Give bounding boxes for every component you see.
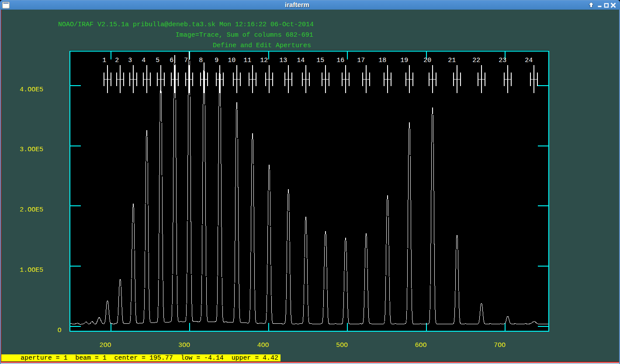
svg-text:2OO: 2OO — [100, 342, 111, 349]
svg-text:3.OOE5: 3.OOE5 — [20, 146, 43, 153]
svg-text:3: 3 — [128, 57, 132, 64]
svg-text:6: 6 — [170, 57, 173, 64]
svg-text:5OO: 5OO — [336, 342, 348, 349]
svg-text:2.OOE5: 2.OOE5 — [20, 206, 43, 214]
svg-text:14: 14 — [297, 57, 305, 64]
svg-text:Define and Edit Apertures: Define and Edit Apertures — [213, 42, 311, 49]
svg-text:16: 16 — [336, 57, 344, 64]
svg-text:3OO: 3OO — [178, 342, 190, 349]
svg-text:13: 13 — [279, 57, 287, 64]
svg-text:6OO: 6OO — [415, 342, 427, 349]
svg-text:18: 18 — [378, 57, 386, 64]
svg-text:22: 22 — [472, 57, 480, 64]
svg-text:NOAO/IRAF V2.15.1a pribulla@de: NOAO/IRAF V2.15.1a pribulla@deneb.ta3.sk… — [58, 21, 314, 28]
svg-text:7: 7 — [184, 57, 188, 64]
svg-text:17: 17 — [357, 57, 365, 64]
svg-text:12: 12 — [260, 57, 268, 64]
svg-text:11: 11 — [243, 57, 251, 64]
svg-text:1: 1 — [102, 57, 106, 64]
svg-text:O: O — [57, 327, 61, 334]
svg-text:21: 21 — [448, 57, 456, 64]
svg-text:2: 2 — [115, 57, 119, 64]
svg-text:5: 5 — [156, 57, 159, 64]
svg-text:15: 15 — [316, 57, 324, 64]
svg-text:24: 24 — [525, 57, 533, 64]
svg-text:19: 19 — [400, 57, 408, 64]
svg-text:Image=Trace, Sum of columns 68: Image=Trace, Sum of columns 682-691 — [176, 31, 313, 39]
svg-text:20: 20 — [423, 57, 431, 64]
svg-text:9: 9 — [215, 57, 218, 64]
svg-text:4OO: 4OO — [257, 342, 269, 349]
svg-text:4.OOE5: 4.OOE5 — [20, 86, 43, 94]
svg-text:1.OOE5: 1.OOE5 — [20, 267, 43, 274]
svg-text:4: 4 — [142, 57, 145, 64]
svg-text:10: 10 — [228, 57, 236, 64]
svg-text:7OO: 7OO — [494, 342, 506, 349]
svg-text:23: 23 — [499, 57, 506, 64]
svg-text:8: 8 — [199, 57, 203, 64]
